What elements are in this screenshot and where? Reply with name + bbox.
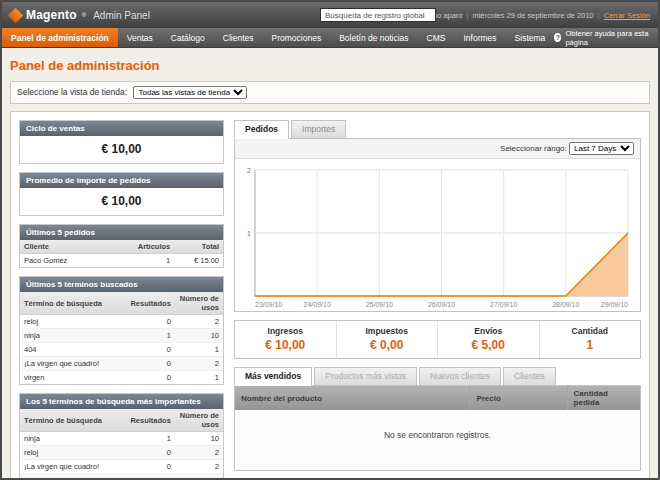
magento-admin-window: Magento ® Admin Panel Accedió como aparo…	[0, 0, 660, 480]
chart-panel: Seleccionar rango: Last 7 Days 1223/09/1…	[234, 138, 641, 312]
grid-tabs: Más vendidosProductos más vistosNuevos c…	[234, 367, 641, 386]
svg-text:2: 2	[247, 167, 251, 174]
nav-item-panel-de-administracion[interactable]: Panel de administración	[2, 28, 118, 47]
column-header: Artículos	[130, 240, 175, 254]
nav-item-informes[interactable]: Informes	[455, 28, 506, 47]
grid-column-header: Precio	[470, 386, 567, 410]
svg-text:29/09/10: 29/09/10	[601, 301, 628, 308]
table-row[interactable]: ninja110	[20, 432, 223, 446]
page-help-link[interactable]: ? Obtener ayuda para esta página	[554, 28, 658, 47]
average-orders-title: Promedio de importe de pedidos	[20, 173, 223, 188]
lifetime-sales-value: € 10,00	[20, 136, 223, 163]
tab-productos-mas-vistos[interactable]: Productos más vistos	[314, 367, 417, 386]
average-orders-value: € 10,00	[20, 188, 223, 215]
stat-ingresos: Ingresos€ 10,00	[235, 321, 336, 358]
nav-item-ventas[interactable]: Ventas	[118, 28, 162, 47]
column-header: Resultados	[126, 292, 174, 315]
table-row[interactable]: Paco Gomez1€ 15.00	[20, 254, 223, 268]
page-title: Panel de administración	[10, 58, 650, 73]
help-icon: ?	[554, 33, 561, 42]
range-select[interactable]: Last 7 Days	[569, 142, 634, 155]
grid-column-header: Cantidad pedida	[567, 386, 640, 410]
global-search-input[interactable]	[320, 8, 436, 22]
stat-label: Envíos	[438, 326, 539, 336]
content-area: Panel de administración Seleccione la vi…	[2, 48, 658, 480]
last-search-terms-table: Término de búsquedaResultadosNúmero de u…	[20, 292, 223, 384]
column-header: Número de usos	[175, 292, 223, 315]
table-header-row: ClienteArtículosTotal	[20, 240, 223, 254]
chart-tabs: PedidosImportes	[234, 120, 641, 139]
stat-label: Cantidad	[540, 326, 641, 336]
last-orders-title: Últimos 5 pedidos	[20, 225, 223, 240]
stat-value: 1	[540, 338, 641, 352]
bestsellers-grid-panel: Nombre del productoPrecioCantidad pedida…	[234, 385, 641, 471]
column-header: Término de búsqueda	[20, 292, 126, 315]
table-row[interactable]: 40401	[20, 343, 223, 357]
table-row[interactable]: reloj02	[20, 446, 223, 460]
last-orders-box: Últimos 5 pedidos ClienteArtículosTotalP…	[19, 224, 224, 268]
trademark-symbol: ®	[82, 12, 86, 18]
logo-subtitle: Admin Panel	[93, 10, 150, 21]
lifetime-sales-box: Ciclo de ventas € 10,00	[19, 120, 224, 164]
svg-text:1: 1	[247, 230, 251, 237]
column-header: Cliente	[20, 240, 130, 254]
dashboard-left-column: Ciclo de ventas € 10,00 Promedio de impo…	[19, 120, 224, 474]
tab-importes[interactable]: Importes	[291, 120, 346, 139]
table-row[interactable]: reloj02	[20, 315, 223, 329]
magento-logo: Magento ® Admin Panel	[10, 8, 150, 22]
svg-text:25/09/10: 25/09/10	[366, 301, 393, 308]
nav-item-promociones[interactable]: Promociones	[263, 28, 331, 47]
tab-pedidos[interactable]: Pedidos	[234, 120, 289, 139]
magento-logo-icon	[8, 7, 24, 23]
chart-area: 1223/09/1024/09/1025/09/1026/09/1027/09/…	[235, 159, 640, 311]
nav-item-clientes[interactable]: Clientes	[214, 28, 263, 47]
nav-item-catalogo[interactable]: Catálogo	[162, 28, 214, 47]
dashboard-right-column: PedidosImportes Seleccionar rango: Last …	[234, 120, 641, 474]
column-header: Número de usos	[175, 409, 223, 432]
grid-header-row: Nombre del productoPrecioCantidad pedida	[235, 386, 640, 410]
stat-envios: Envíos€ 5,00	[437, 321, 539, 358]
table-row[interactable]: ninja110	[20, 329, 223, 343]
help-label: Obtener ayuda para esta página	[565, 29, 650, 47]
table-row[interactable]: virgen01	[20, 371, 223, 385]
svg-text:28/09/10: 28/09/10	[552, 301, 579, 308]
nav-item-cms[interactable]: CMS	[418, 28, 455, 47]
empty-grid-message: No se encontraron registros.	[235, 410, 640, 470]
table-row[interactable]: ¡La virgen que cuadro!02	[20, 460, 223, 474]
tab-mas-vendidos[interactable]: Más vendidos	[234, 367, 312, 386]
stat-value: € 0,00	[337, 338, 438, 352]
nav-item-sistema[interactable]: Sistema	[506, 28, 555, 47]
column-header: Resultados	[126, 409, 174, 432]
orders-chart: 1223/09/1024/09/1025/09/1026/09/1027/09/…	[239, 162, 636, 310]
last-search-terms-title: Últimos 5 términos buscados	[20, 277, 223, 292]
stat-label: Impuestos	[337, 326, 438, 336]
totals-row: Ingresos€ 10,00Impuestos€ 0,00Envíos€ 5,…	[234, 320, 641, 359]
logout-link[interactable]: Cerrar Sesión	[604, 11, 650, 20]
average-orders-box: Promedio de importe de pedidos € 10,00	[19, 172, 224, 216]
table-row[interactable]: ¡La virgen que cuadro!02	[20, 357, 223, 371]
store-view-select[interactable]: Todas las vistas de tienda	[133, 86, 247, 99]
store-view-switcher: Seleccione la vista de tienda: Todas las…	[10, 81, 650, 104]
stat-value: € 5,00	[438, 338, 539, 352]
tab-nuevos-clientes[interactable]: Nuevos clientes	[419, 367, 501, 386]
stat-label: Ingresos	[235, 326, 336, 336]
top-search-terms-table: Término de búsquedaResultadosNúmero de u…	[20, 409, 223, 480]
bestsellers-grid: Nombre del productoPrecioCantidad pedida	[235, 386, 640, 410]
range-label: Seleccionar rango:	[500, 144, 567, 153]
current-date: miércoles 29 de septiembre de 2010	[472, 11, 593, 20]
stat-value: € 10,00	[235, 338, 336, 352]
top-search-terms-box: Los 5 términos de búsqueda más important…	[19, 393, 224, 480]
nav-item-boletin-de-noticias[interactable]: Boletín de noticias	[330, 28, 417, 47]
tab-clientes[interactable]: Clientes	[503, 367, 556, 386]
top-bar: Magento ® Admin Panel Accedió como aparo…	[2, 2, 658, 28]
nav-items: Panel de administraciónVentasCatálogoCli…	[2, 28, 554, 47]
main-navigation: Panel de administraciónVentasCatálogoCli…	[2, 28, 658, 48]
column-header: Total	[174, 240, 223, 254]
lifetime-sales-title: Ciclo de ventas	[20, 121, 223, 136]
table-row[interactable]: 40401	[20, 474, 223, 480]
svg-text:23/09/10: 23/09/10	[255, 301, 282, 308]
svg-text:26/09/10: 26/09/10	[428, 301, 455, 308]
last-search-terms-box: Últimos 5 términos buscados Término de b…	[19, 276, 224, 385]
stat-impuestos: Impuestos€ 0,00	[336, 321, 438, 358]
table-header-row: Término de búsquedaResultadosNúmero de u…	[20, 409, 223, 432]
